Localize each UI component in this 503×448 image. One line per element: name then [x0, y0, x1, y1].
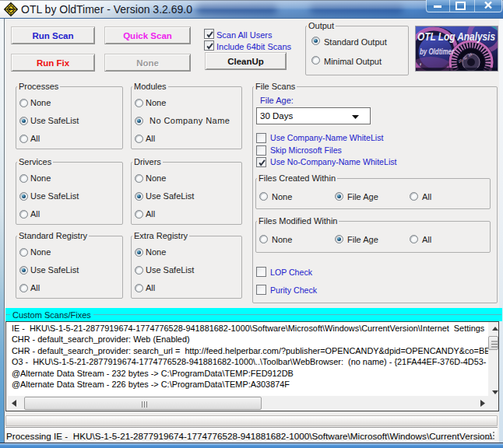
svg-text:OTL Log Analysis: OTL Log Analysis — [417, 30, 495, 43]
svg-text:‚: ‚ — [419, 58, 422, 66]
svg-text:by Oldtimer: by Oldtimer — [420, 47, 455, 56]
